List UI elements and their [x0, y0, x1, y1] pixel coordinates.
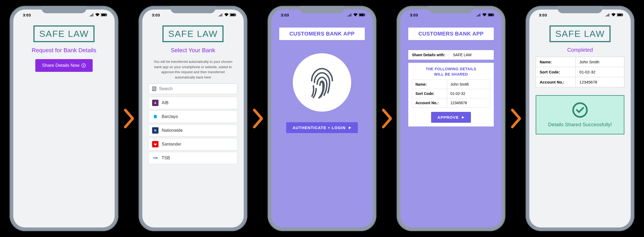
- bank-app-header: CUSTOMERS BANK APP: [279, 28, 365, 40]
- status-icons: [89, 13, 107, 16]
- bank-item-barclays[interactable]: Barclays: [149, 111, 237, 123]
- table-row: Name: John Smith: [412, 80, 490, 89]
- status-time: 3:03: [410, 13, 418, 17]
- status-time: 3:03: [281, 13, 289, 17]
- screen-select-bank: 3:03 SAFE LAW Select Your Bank You will …: [142, 10, 244, 227]
- bank-logo-icon: [152, 113, 158, 120]
- search-input-wrapper[interactable]: [149, 84, 237, 94]
- phone-notch: [41, 6, 87, 13]
- table-row: Name: John Smith: [536, 57, 624, 67]
- page-title: Completed: [567, 47, 593, 53]
- play-icon: [348, 126, 351, 129]
- chevron-circle-icon: [81, 63, 86, 68]
- cell-label: Name:: [412, 80, 447, 89]
- bank-logo-icon: N: [152, 127, 158, 134]
- button-label: Share Details Now: [42, 63, 80, 68]
- bank-name: Barclays: [162, 114, 178, 119]
- svg-rect-2: [106, 14, 107, 16]
- description-text: You will be transferred automatically to…: [149, 59, 237, 80]
- brand-text: SAFE LAW: [39, 29, 89, 39]
- bank-logo-icon: TSB: [152, 155, 158, 161]
- authenticate-button[interactable]: AUTHENTICATE + LOGIN: [286, 122, 358, 133]
- result-table: Name: John Smith Sort Code: 01-02-32 Acc…: [536, 57, 624, 87]
- svg-rect-1: [101, 14, 106, 16]
- table-row: Account No.: 12345678: [536, 77, 624, 87]
- svg-rect-16: [617, 14, 622, 16]
- bank-item-santander[interactable]: Santander: [149, 138, 237, 150]
- cell-value: John Smith: [576, 57, 624, 67]
- status-time: 3:03: [23, 13, 31, 17]
- phone-notch: [170, 6, 216, 13]
- phone-notch: [557, 6, 603, 13]
- svg-rect-14: [493, 14, 494, 16]
- cell-label: Name:: [536, 57, 576, 67]
- button-label: APPROVE: [437, 115, 459, 120]
- screen-completed: 3:03 SAFE LAW Completed Name: John Smith: [529, 10, 631, 227]
- bank-logo-icon: A: [152, 100, 158, 106]
- svg-rect-5: [230, 14, 235, 16]
- status-icons: [218, 13, 236, 16]
- phone-notch: [299, 6, 345, 13]
- bank-item-tsb[interactable]: TSB TSB: [149, 152, 237, 164]
- table-row: Account No.: 12345678: [412, 98, 490, 108]
- svg-rect-11: [364, 14, 365, 16]
- fingerprint-icon[interactable]: [293, 53, 351, 112]
- flow-arrow-icon: [123, 108, 134, 129]
- play-icon: [461, 116, 465, 119]
- safelaw-logo: SAFE LAW: [549, 25, 611, 42]
- phone-frame-3: 3:03 CUSTOMERS BANK APP: [268, 6, 376, 231]
- bank-name: AIB: [162, 100, 169, 105]
- details-title: THE FOLLOWING DETAILS WILL BE SHARED: [426, 67, 476, 77]
- status-icons: [347, 13, 365, 16]
- cell-label: Account No.:: [412, 98, 447, 108]
- success-message: Details Shared Successfully!: [548, 122, 612, 128]
- share-with-label: Share Details with:: [408, 50, 449, 60]
- bank-item-nationwide[interactable]: N Nationwide: [149, 124, 237, 137]
- page-title: Request for Bank Details: [32, 47, 96, 54]
- svg-rect-13: [488, 14, 493, 16]
- button-label: AUTHENTICATE + LOGIN: [293, 125, 346, 130]
- bank-name: Nationwide: [162, 128, 183, 133]
- share-details-button[interactable]: Share Details Now: [35, 59, 93, 72]
- cell-value: 12345678: [576, 77, 624, 87]
- success-panel: Details Shared Successfully!: [536, 95, 624, 134]
- flow-arrow-icon: [381, 108, 392, 129]
- svg-point-3: [82, 64, 85, 67]
- flow-arrow-icon: [252, 108, 263, 129]
- details-panel: THE FOLLOWING DETAILS WILL BE SHARED Nam…: [408, 63, 494, 126]
- search-input[interactable]: [159, 86, 234, 91]
- search-icon: [152, 86, 156, 91]
- phone-frame-2: 3:03 SAFE LAW Select Your Bank You will …: [139, 6, 247, 231]
- screen-request: 3:03 SAFE LAW Request for Bank Details S…: [13, 10, 115, 227]
- phone-frame-5: 3:03 SAFE LAW Completed Name: John Smith: [526, 6, 634, 231]
- phone-notch: [428, 6, 474, 13]
- status-time: 3:03: [539, 13, 547, 17]
- svg-rect-17: [622, 14, 623, 16]
- bank-item-aib[interactable]: A AIB: [149, 97, 237, 109]
- share-with-value: SAFE LAW: [449, 50, 475, 60]
- bank-name: TSB: [162, 156, 170, 160]
- flow-diagram: 3:03 SAFE LAW Request for Bank Details S…: [4, 1, 640, 236]
- bank-logo-icon: [152, 141, 158, 147]
- table-row: Sort Code: 01-02-32: [536, 67, 624, 77]
- approve-button[interactable]: APPROVE: [431, 112, 471, 123]
- phone-frame-4: 3:03 CUSTOMERS BANK APP Share Details wi…: [397, 6, 505, 231]
- status-time: 3:03: [152, 13, 160, 17]
- svg-line-8: [155, 89, 156, 90]
- svg-point-7: [153, 88, 155, 90]
- cell-value: John Smith: [447, 80, 490, 89]
- brand-text: SAFE LAW: [555, 29, 605, 39]
- status-icons: [605, 13, 623, 16]
- details-table: Name: John Smith Sort Code: 01-02-32 Acc…: [412, 80, 490, 108]
- cell-value: 01-02-32: [576, 67, 624, 77]
- brand-text: SAFE LAW: [168, 29, 218, 39]
- screen-approve: 3:03 CUSTOMERS BANK APP Share Details wi…: [400, 10, 502, 227]
- share-with-row: Share Details with: SAFE LAW: [408, 50, 494, 60]
- screen-authenticate: 3:03 CUSTOMERS BANK APP: [271, 10, 373, 227]
- page-title: Select Your Bank: [171, 47, 215, 54]
- flow-arrow-icon: [510, 108, 521, 129]
- status-icons: [476, 13, 494, 16]
- cell-value: 01-02-32: [447, 89, 490, 98]
- bank-list: A AIB Barclays N Nationwide: [149, 97, 237, 164]
- table-row: Sort Code: 01-02-32: [412, 89, 490, 98]
